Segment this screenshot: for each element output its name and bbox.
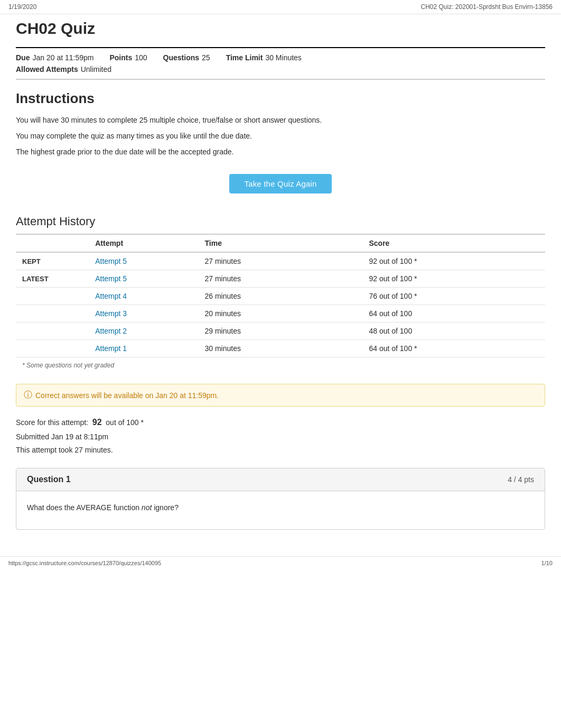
points-value: 100 (135, 53, 147, 62)
correct-answers-notice: ⓘ Correct answers will be available on J… (16, 384, 545, 407)
attempt-4-score: 76 out of 100 * (362, 288, 545, 305)
attempt-1-link[interactable]: Attempt 1 (95, 344, 127, 353)
attempt-5-latest-score: 92 out of 100 * (362, 270, 545, 288)
attempt-5-kept-link[interactable]: Attempt 5 (95, 257, 127, 265)
attempt-2-time: 29 minutes (199, 322, 363, 340)
instructions-line-2: You may complete the quiz as many times … (16, 130, 545, 143)
kept-label: KEPT (22, 257, 41, 265)
correct-answers-text: Correct answers will be available on Jan… (35, 391, 219, 400)
question-1-text-italic: not (142, 503, 152, 512)
allowed-attempts-label: Allowed Attempts (16, 65, 78, 73)
quiz-meta: Due Jan 20 at 11:59pm Points 100 Questio… (16, 47, 545, 80)
attempt-table-footnote: * Some questions not yet graded (16, 357, 545, 373)
table-row: Attempt 4 26 minutes 76 out of 100 * (16, 288, 545, 305)
question-1-section: Question 1 4 / 4 pts What does the AVERA… (16, 468, 545, 530)
duration-line: This attempt took 27 minutes. (16, 444, 545, 457)
instructions-section: Instructions You will have 30 minutes to… (16, 90, 545, 158)
attempt-3-score: 64 out of 100 (362, 305, 545, 322)
question-1-title: Question 1 (27, 475, 71, 484)
score-summary-suffix: out of 100 * (106, 418, 144, 427)
points-label: Points (109, 53, 132, 62)
table-row: LATEST Attempt 5 27 minutes 92 out of 10… (16, 270, 545, 288)
allowed-attempts-value: Unlimited (81, 65, 111, 73)
question-1-header: Question 1 4 / 4 pts (16, 468, 545, 491)
score-summary-line: Score for this attempt: 92 out of 100 * (16, 415, 545, 430)
col-score-header: Score (362, 234, 545, 252)
attempt-5-kept-score: 92 out of 100 * (362, 252, 545, 270)
footer-page: 1/10 (541, 560, 553, 566)
score-summary-label: Score for this attempt: (16, 418, 88, 427)
attempt-2-link[interactable]: Attempt 2 (95, 327, 127, 335)
top-date: 1/19/2020 (8, 3, 36, 11)
table-row: KEPT Attempt 5 27 minutes 92 out of 100 … (16, 252, 545, 270)
bottom-bar: https://gcsc.instructure.com/courses/128… (0, 556, 561, 569)
instructions-line-3: The highest grade prior to the due date … (16, 146, 545, 159)
questions-value: 25 (202, 53, 210, 62)
question-1-text-part2: ignore? (154, 503, 179, 512)
time-limit-value: 30 Minutes (265, 53, 301, 62)
col-attempt-header: Attempt (89, 234, 198, 252)
attempt-5-kept-time: 27 minutes (199, 252, 363, 270)
question-1-body: What does the AVERAGE function not ignor… (16, 491, 545, 529)
latest-label: LATEST (22, 275, 49, 283)
attempt-5-latest-link[interactable]: Attempt 5 (95, 274, 127, 283)
attempt-history-section: Attempt History Attempt Time Score KEPT … (16, 215, 545, 373)
attempt-3-link[interactable]: Attempt 3 (95, 309, 127, 318)
info-icon: ⓘ (24, 390, 32, 401)
attempt-1-time: 30 minutes (199, 340, 363, 357)
attempt-3-time: 20 minutes (199, 305, 363, 322)
score-summary-value: 92 (92, 418, 102, 427)
table-row: Attempt 3 20 minutes 64 out of 100 (16, 305, 545, 322)
attempt-summary: Score for this attempt: 92 out of 100 * … (16, 415, 545, 457)
col-time-header: Time (199, 234, 363, 252)
attempt-5-latest-time: 27 minutes (199, 270, 363, 288)
quiz-title: CH02 Quiz (16, 20, 545, 42)
attempt-4-time: 26 minutes (199, 288, 363, 305)
due-label: Due (16, 53, 30, 62)
table-row: Attempt 2 29 minutes 48 out of 100 (16, 322, 545, 340)
attempt-table: Attempt Time Score KEPT Attempt 5 27 min… (16, 234, 545, 357)
instructions-heading: Instructions (16, 90, 545, 107)
questions-label: Questions (163, 53, 199, 62)
submitted-line: Submitted Jan 19 at 8:11pm (16, 430, 545, 444)
table-row: Attempt 1 30 minutes 64 out of 100 * (16, 340, 545, 357)
instructions-line-1: You will have 30 minutes to complete 25 … (16, 114, 545, 127)
take-quiz-container: Take the Quiz Again (16, 174, 545, 193)
take-quiz-button[interactable]: Take the Quiz Again (229, 174, 331, 193)
attempt-4-link[interactable]: Attempt 4 (95, 292, 127, 300)
footer-url: https://gcsc.instructure.com/courses/128… (8, 560, 161, 566)
attempt-history-heading: Attempt History (16, 215, 545, 228)
time-limit-label: Time Limit (226, 53, 263, 62)
question-1-text-part1: What does the AVERAGE function (27, 503, 139, 512)
col-label-header (16, 234, 89, 252)
due-value: Jan 20 at 11:59pm (32, 53, 94, 62)
attempt-1-score: 64 out of 100 * (362, 340, 545, 357)
question-1-pts: 4 / 4 pts (508, 475, 534, 484)
attempt-2-score: 48 out of 100 (362, 322, 545, 340)
top-title: CH02 Quiz: 202001-Sprdsht Bus Envirn-138… (421, 3, 553, 11)
